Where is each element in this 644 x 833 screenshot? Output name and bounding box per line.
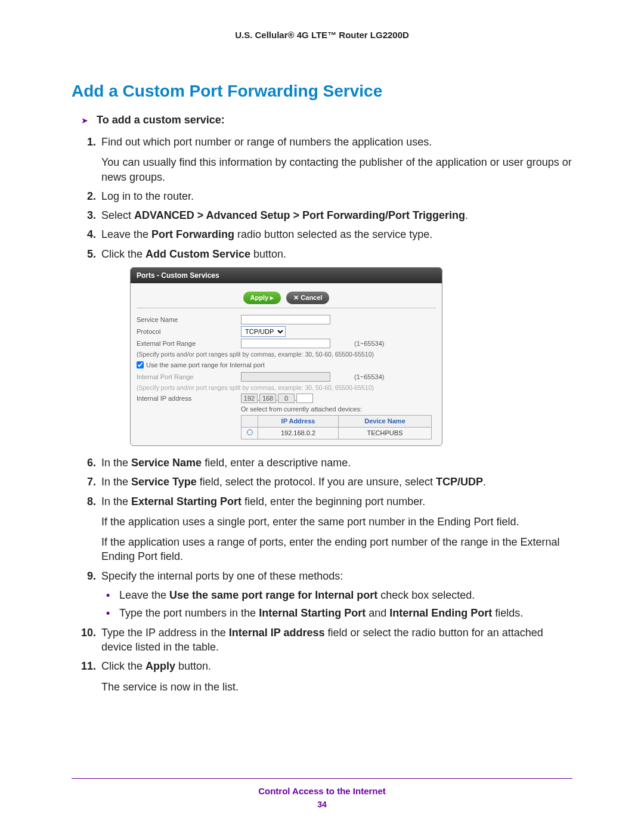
screenshot-panel: Ports - Custom Services Apply ▸ ✕ Cancel… — [130, 267, 442, 446]
int-range-note: (Specify ports and/or port ranges split … — [137, 383, 436, 392]
step-8-p1: If the application uses a single port, e… — [101, 515, 572, 529]
step-3: Select ADVANCED > Advanced Setup > Port … — [99, 208, 572, 222]
int-range-input — [241, 372, 330, 382]
step-5: Click the Add Custom Service button. Por… — [99, 247, 572, 446]
step-1: Find out which port number or range of n… — [99, 135, 572, 184]
ext-range-label: External Port Range — [137, 339, 241, 348]
step-11-note: The service is now in the list. — [101, 680, 572, 694]
page-title: Add a Custom Port Forwarding Service — [72, 82, 572, 101]
step-9-bullet-1: Leave the Use the same port range for In… — [101, 588, 572, 602]
doc-header: U.S. Cellular® 4G LTE™ Router LG2200D — [72, 30, 572, 40]
col-ip: IP Address — [258, 416, 339, 428]
same-port-label: Use the same port range for Internal por… — [146, 361, 265, 370]
service-name-label: Service Name — [137, 315, 241, 324]
table-row: 192.168.0.2 TECHPUBS — [242, 428, 432, 439]
step-2: Log in to the router. — [99, 189, 572, 203]
int-range-hint: (1~65534) — [354, 373, 384, 382]
step-10: Type the IP address in the Internal IP a… — [99, 625, 572, 655]
int-ip-label: Internal IP address — [137, 394, 241, 403]
page-footer: Control Access to the Internet 34 — [0, 778, 644, 809]
ext-range-input[interactable] — [241, 339, 330, 348]
step-1-text: Find out which port number or range of n… — [101, 136, 432, 148]
footer-page-number: 34 — [0, 800, 644, 809]
devices-table: IP Address Device Name 192.168.0.2 TECHP… — [241, 415, 432, 439]
step-11: Click the Apply button. The service is n… — [99, 659, 572, 694]
service-name-input[interactable] — [241, 315, 330, 324]
step-6: In the Service Name field, enter a descr… — [99, 456, 572, 470]
ext-range-hint: (1~65534) — [354, 339, 384, 348]
devices-caption: Or select from currently attached device… — [241, 405, 436, 414]
step-1-note: You can usually find this information by… — [101, 155, 572, 184]
arrow-icon: ➤ — [81, 116, 88, 125]
steps-list: Find out which port number or range of n… — [99, 135, 572, 694]
ext-range-note: (Specify ports and/or port ranges split … — [137, 350, 436, 358]
ip-octet-1 — [241, 394, 258, 403]
cancel-button[interactable]: ✕ Cancel — [286, 292, 329, 304]
procedure-heading: ➤ To add a custom service: — [81, 114, 572, 126]
col-device: Device Name — [339, 416, 432, 428]
step-9-bullet-2: Type the port numbers in the Internal St… — [101, 606, 572, 620]
device-ip: 192.168.0.2 — [258, 428, 339, 439]
protocol-label: Protocol — [137, 327, 241, 336]
step-4: Leave the Port Forwarding radio button s… — [99, 227, 572, 241]
device-radio[interactable] — [247, 429, 253, 435]
step-8: In the External Starting Port field, ent… — [99, 494, 572, 564]
apply-button[interactable]: Apply ▸ — [243, 292, 281, 304]
protocol-select[interactable]: TCP/UDP — [241, 326, 286, 337]
ip-octet-3 — [278, 394, 295, 403]
same-port-checkbox[interactable] — [137, 361, 144, 368]
ip-octet-4[interactable] — [296, 394, 313, 403]
footer-rule — [72, 778, 572, 779]
panel-title: Ports - Custom Services — [131, 268, 442, 283]
int-range-label: Internal Port Range — [137, 373, 241, 382]
footer-section-title: Control Access to the Internet — [0, 786, 644, 796]
procedure-heading-text: To add a custom service: — [97, 114, 225, 126]
step-9: Specify the internal ports by one of the… — [99, 569, 572, 621]
ip-octet-2 — [259, 394, 276, 403]
device-name: TECHPUBS — [339, 428, 432, 439]
step-8-p2: If the application uses a range of ports… — [101, 535, 572, 564]
step-7: In the Service Type field, select the pr… — [99, 475, 572, 489]
